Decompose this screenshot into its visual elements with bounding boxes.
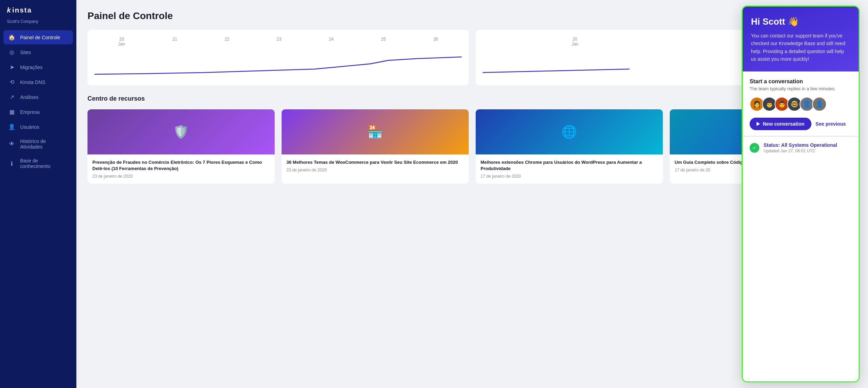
conversation-section: Start a conversation The team typically … <box>743 71 859 136</box>
support-description: You can contact our support team if you'… <box>751 32 850 63</box>
greeting-text: Hi Scott <box>751 16 785 27</box>
sidebar: k insta Scott's Company 🏠 Painel de Cont… <box>0 0 76 388</box>
sidebar-label-historico: Histórico de Atividades <box>20 138 68 150</box>
resource-card-1[interactable]: 🏪 36 Melhores Temas de WooCommerce para … <box>282 109 469 184</box>
status-text: Status: All Systems Operational Updated … <box>763 142 837 153</box>
sites-icon: ◎ <box>8 49 15 56</box>
sidebar-label-sites: Sites <box>20 50 31 55</box>
resource-content-1: 36 Melhores Temas de WooCommerce para Ve… <box>282 154 469 177</box>
resource-title-2: Melhores extensões Chrome para Usuários … <box>481 159 658 172</box>
status-title: Status: All Systems Operational <box>763 142 837 148</box>
avatar-6: 👤 <box>812 97 827 111</box>
support-header: Hi Scott 👋 You can contact our support t… <box>743 7 859 71</box>
empresa-icon: ▦ <box>8 109 15 115</box>
resource-content-2: Melhores extensões Chrome para Usuários … <box>476 154 663 184</box>
sidebar-item-historico[interactable]: 👁 Histórico de Atividades <box>3 135 73 153</box>
new-conversation-label: New conversation <box>763 121 804 127</box>
resource-image-2: 🌐 <box>476 109 663 154</box>
kinsta-logo-mark: k insta <box>7 6 69 14</box>
resource-title-0: Prevenção de Fraudes no Comércio Eletrôn… <box>92 159 270 172</box>
sidebar-label-analises: Análises <box>20 94 39 100</box>
status-subtitle: Updated Jan 27, 08:01 UTC <box>763 149 837 153</box>
sidebar-item-base[interactable]: ℹ Base de conhecimento <box>3 154 73 173</box>
sidebar-item-migracoes[interactable]: ➤ Migrações <box>3 60 73 74</box>
conversation-title: Start a conversation <box>750 78 852 85</box>
resource-date-2: 17 de janeiro de 2020 <box>481 174 658 179</box>
historico-icon: 👁 <box>8 141 15 147</box>
wave-emoji: 👋 <box>788 16 799 27</box>
sidebar-label-usuarios: Usuários <box>20 124 39 130</box>
sidebar-item-empresa[interactable]: ▦ Empresa <box>3 105 73 119</box>
sidebar-logo: k insta <box>0 0 76 18</box>
dns-icon: ⟲ <box>8 79 15 85</box>
see-previous-button[interactable]: See previous <box>816 121 846 127</box>
status-section: ✓ Status: All Systems Operational Update… <box>743 136 859 159</box>
new-conversation-button[interactable]: New conversation <box>750 118 811 130</box>
sidebar-item-usuarios[interactable]: 👤 Usuários <box>3 120 73 134</box>
chart-card-left: 20Jan 21 22 23 24 25 26 <box>87 30 469 85</box>
conversation-subtitle: The team typically replies in a few minu… <box>750 86 852 91</box>
analises-icon: ↗ <box>8 94 15 100</box>
buttons-row: New conversation See previous <box>750 118 852 130</box>
usuarios-icon: 👤 <box>8 124 15 130</box>
sidebar-label-base: Base de conhecimento <box>20 158 68 169</box>
see-previous-label: See previous <box>816 121 846 127</box>
resource-card-0[interactable]: 🛡️ Prevenção de Fraudes no Comércio Elet… <box>87 109 275 184</box>
resource-content-0: Prevenção de Fraudes no Comércio Eletrôn… <box>87 154 275 184</box>
play-icon <box>757 122 760 126</box>
avatars-row: 👩 👨 👨 🤓 👤 👤 <box>750 97 852 111</box>
support-greeting: Hi Scott 👋 <box>751 16 850 27</box>
sidebar-item-analises[interactable]: ↗ Análises <box>3 90 73 104</box>
resource-image-0: 🛡️ <box>87 109 275 154</box>
support-widget: Hi Scott 👋 You can contact our support t… <box>742 6 860 382</box>
sidebar-label-painel: Painel de Controle <box>20 35 60 40</box>
resource-date-1: 23 de janeiro de 2020 <box>286 168 464 172</box>
sidebar-item-dns[interactable]: ⟲ Kinsta DNS <box>3 75 73 89</box>
support-body: Start a conversation The team typically … <box>743 71 859 381</box>
sidebar-item-sites[interactable]: ◎ Sites <box>3 45 73 59</box>
resource-card-2[interactable]: 🌐 Melhores extensões Chrome para Usuário… <box>476 109 663 184</box>
chart-dates-left: 20Jan 21 22 23 24 25 26 <box>94 37 462 47</box>
sidebar-nav: 🏠 Painel de Controle ◎ Sites ➤ Migrações… <box>0 30 76 173</box>
sidebar-item-painel[interactable]: 🏠 Painel de Controle <box>3 30 73 44</box>
resource-image-1: 🏪 <box>282 109 469 154</box>
sidebar-label-empresa: Empresa <box>20 109 40 115</box>
resource-title-1: 36 Melhores Temas de WooCommerce para Ve… <box>286 159 464 166</box>
sidebar-label-dns: Kinsta DNS <box>20 79 45 85</box>
base-icon: ℹ <box>8 160 15 167</box>
status-check-icon: ✓ <box>750 143 759 153</box>
migracoes-icon: ➤ <box>8 64 15 70</box>
sidebar-label-migracoes: Migrações <box>20 65 43 70</box>
resource-date-0: 23 de janeiro de 2020 <box>92 174 270 179</box>
home-icon: 🏠 <box>8 34 15 41</box>
company-name: Scott's Company <box>0 18 76 30</box>
chart-visual-left <box>94 50 462 78</box>
